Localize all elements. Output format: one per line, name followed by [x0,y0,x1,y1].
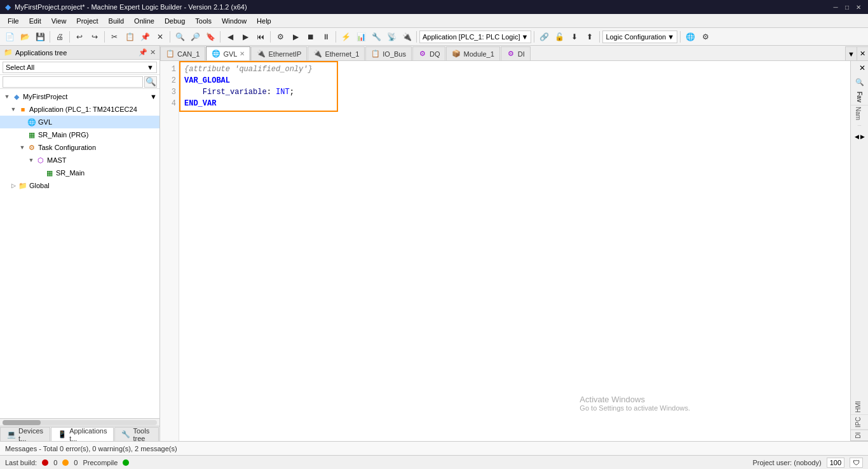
rsb-ipc-label[interactable]: IPC [851,415,868,430]
pin-icon[interactable]: 📌 [139,48,147,57]
copy-button[interactable]: 📋 [123,30,137,44]
rsb-nav-right-icon[interactable]: ▶ [860,133,865,140]
extra5-button[interactable]: 🔌 [400,30,414,44]
rsb-close-button[interactable]: ✕ [851,61,868,75]
tree-global[interactable]: ▷ 📁 Global [0,179,159,192]
tools-tab[interactable]: 🔧 Tools tree [114,427,159,441]
zoom-button[interactable]: 100 [827,458,844,468]
undo-button[interactable]: ↩ [72,30,86,44]
nav2-button[interactable]: ▶ [238,30,252,44]
paste-button[interactable]: 📌 [138,30,152,44]
nav3-button[interactable]: ⏮ [254,30,268,44]
tab-iobus[interactable]: 📋 IO_Bus [365,46,412,60]
close-button[interactable]: ✕ [854,3,863,11]
delete-button[interactable]: ✕ [153,30,167,44]
menu-help[interactable]: Help [252,16,276,26]
open-button[interactable]: 📂 [18,30,32,44]
app-icon: ■ [18,104,28,114]
code-content[interactable]: {attribute 'qualified_only'} VAR_GLOBAL … [179,61,850,441]
menu-edit[interactable]: Edit [24,16,46,26]
find-button[interactable]: 🔍 [173,30,187,44]
tree-task-config[interactable]: ▼ ⚙ Task Configuration [0,141,159,154]
download-button[interactable]: ⬇ [567,30,581,44]
tree-application[interactable]: ▼ ■ Application (PLC_1: TM241CEC24 [0,103,159,116]
app-selector-dropdown[interactable]: Application [PLC_1: PLC Logic] ▼ [419,31,531,43]
pause-button[interactable]: ⏸ [319,30,333,44]
find2-button[interactable]: 🔎 [188,30,202,44]
rsb-nam-label[interactable]: Nam [851,105,868,121]
menu-window[interactable]: Window [217,16,252,26]
connect-button[interactable]: 🔗 [537,30,551,44]
minimize-button[interactable]: ─ [831,3,840,11]
tree-mast[interactable]: ▼ ⬡ MAST [0,154,159,167]
globe-button[interactable]: 🌐 [683,30,697,44]
tree-sr-main[interactable]: ▷ ▦ SR_Main (PRG) [0,128,159,141]
tree-sr-main2[interactable]: ▷ ▦ SR_Main [0,167,159,179]
rsb-di-label[interactable]: DI [851,430,868,441]
task-expand-icon[interactable]: ▼ [18,143,27,152]
left-panel-hscroll[interactable] [0,418,159,426]
tab-di[interactable]: ⚙ DI [501,46,531,60]
menu-build[interactable]: Build [104,16,129,26]
rsb-hmi-label[interactable]: HMI [851,399,868,415]
project-label: MyFirstProject [23,93,67,100]
code-editor[interactable]: 1 2 3 4 {attribute 'qualified_only'} V [160,61,850,441]
menu-file[interactable]: File [3,16,24,26]
devices-tab[interactable]: 💻 Devices t... [0,427,50,441]
search-input[interactable] [3,76,143,88]
maximize-button[interactable]: □ [843,3,851,11]
logic-config-dropdown[interactable]: Logic Configuration ▼ [602,31,677,43]
extra4-button[interactable]: 📡 [384,30,398,44]
new-button[interactable]: 📄 [3,30,17,44]
tab-ethernet1[interactable]: 🔌 Ethernet_1 [308,46,365,60]
disconnect-button[interactable]: 🔓 [552,30,566,44]
save-button[interactable]: 💾 [33,30,47,44]
tree-gvl[interactable]: ▷ 🌐 GVL [0,116,159,128]
extra1-button[interactable]: ⚡ [339,30,353,44]
menu-tools[interactable]: Tools [190,16,217,26]
stop-button[interactable]: ⏹ [304,30,318,44]
tab-close-all-button[interactable]: ✕ [857,46,868,60]
hscroll-track[interactable] [3,420,157,425]
extra3-button[interactable]: 🔧 [369,30,383,44]
run-button[interactable]: ▶ [288,30,302,44]
bookmark-button[interactable]: 🔖 [203,30,217,44]
hscroll-thumb[interactable] [3,420,41,425]
panel-close-icon[interactable]: ✕ [150,48,156,57]
extra2-button[interactable]: 📊 [354,30,368,44]
rsb-search-button[interactable]: 🔍 [851,75,868,89]
gvl-tab-close-icon[interactable]: ✕ [240,50,245,57]
upload-button[interactable]: ⬆ [583,30,597,44]
left-panel-header-right[interactable]: 📌 ✕ [139,48,156,57]
tab-gvl[interactable]: 🌐 GVL ✕ [206,46,250,60]
app-expand-icon[interactable]: ▼ [9,105,18,114]
rsb-fav-label[interactable]: Fav [851,89,868,105]
applications-tab[interactable]: 📱 Applications t... [51,427,114,441]
shield-button[interactable]: 🛡 [850,458,863,468]
menu-project[interactable]: Project [71,16,103,26]
select-all-dropdown[interactable]: Select All ▼ [3,62,157,73]
global-expand-icon[interactable]: ▷ [9,181,18,190]
print-button[interactable]: 🖨 [53,30,67,44]
tab-dq[interactable]: ⚙ DQ [412,46,446,60]
redo-button[interactable]: ↪ [88,30,102,44]
rsb-nav[interactable]: ◀ ▶ [851,130,868,144]
search-button[interactable]: 🔍 [144,76,157,88]
tab-module1[interactable]: 📦 Module_1 [446,46,499,60]
tab-dropdown-button[interactable]: ▼ [845,46,857,60]
settings2-button[interactable]: ⚙ [698,30,712,44]
title-bar-controls[interactable]: ─ □ ✕ [831,3,863,11]
tab-can1[interactable]: 📋 CAN_1 [160,46,205,60]
rsb-nav-left-icon[interactable]: ◀ [855,133,859,140]
nav1-button[interactable]: ◀ [223,30,237,44]
cut-button[interactable]: ✂ [107,30,121,44]
compile-button[interactable]: ⚙ [273,30,287,44]
tab-ethernetip[interactable]: 🔌 EthernetIP [251,46,307,60]
project-dropdown-icon[interactable]: ▼ [150,93,157,100]
menu-online[interactable]: Online [129,16,159,26]
project-expand-icon[interactable]: ▼ [3,92,11,101]
menu-view[interactable]: View [46,16,72,26]
tree-project[interactable]: ▼ ◆ MyFirstProject ▼ [0,90,159,103]
menu-debug[interactable]: Debug [159,16,190,26]
mast-expand-icon[interactable]: ▼ [27,156,36,165]
